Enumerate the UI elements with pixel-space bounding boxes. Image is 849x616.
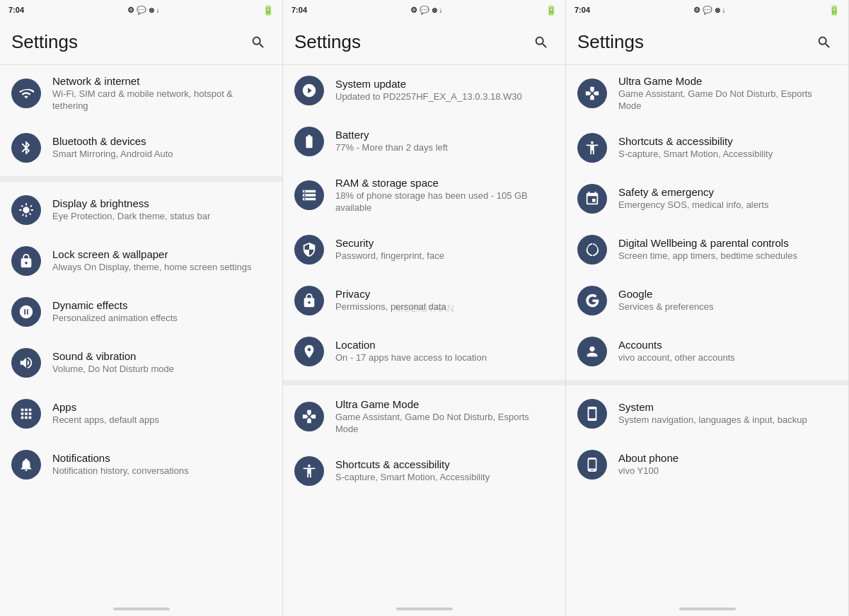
item-subtitle: System navigation, languages & input, ba… (618, 414, 837, 426)
item-title: Battery (335, 129, 554, 141)
item-subtitle: Always On Display, theme, home screen se… (52, 262, 271, 274)
item-subtitle: Personalized animation effects (52, 313, 271, 325)
settings-item-display[interactable]: Display & brightnessEye Protection, Dark… (0, 185, 282, 236)
apps-icon (11, 399, 41, 429)
safety-icon (577, 184, 607, 214)
page-title: Settings (294, 31, 361, 53)
page-title: Settings (11, 31, 78, 53)
settings-item-ugm[interactable]: Ultra Game ModeGame Assistant, Game Do N… (566, 65, 848, 122)
status-time: 7:04 (8, 6, 24, 14)
item-text-block: Network & internetWi-Fi, SIM card & mobi… (52, 75, 271, 112)
item-text-block: LocationOn - 17 apps have access to loca… (335, 339, 554, 364)
item-title: Sound & vibration (52, 350, 271, 362)
item-text-block: Lock screen & wallpaperAlways On Display… (52, 248, 271, 274)
item-title: Security (335, 237, 554, 249)
item-text-block: NotificationsNotification history, conve… (52, 452, 271, 477)
item-subtitle: Game Assistant, Game Do Not Disturb, Esp… (618, 88, 837, 112)
search-button[interactable] (812, 30, 837, 55)
chat-status-icon: 💬 (137, 6, 146, 15)
battery-status-icon: 🔋 (545, 5, 557, 16)
item-title: Accounts (618, 339, 837, 351)
search-button[interactable] (529, 30, 554, 55)
item-subtitle: Wi-Fi, SIM card & mobile network, hotspo… (52, 88, 271, 112)
status-time: 7:04 (291, 6, 307, 14)
settings-item-sysupdate[interactable]: System updateUpdated to PD2257HF_EX_A_13… (283, 65, 565, 116)
settings-item-safety[interactable]: Safety & emergencyEmergency SOS, medical… (566, 173, 848, 224)
settings-item-dynamic[interactable]: Dynamic effectsPersonalized animation ef… (0, 286, 282, 337)
item-title: Digital Wellbeing & parental controls (618, 237, 837, 249)
settings-item-privacy[interactable]: PrivacyPermissions, personal data (283, 275, 565, 326)
item-title: About phone (618, 452, 837, 464)
settings-item-google[interactable]: GoogleServices & preferences (566, 275, 848, 326)
settings-item-accounts[interactable]: Accountsvivo account, other accounts (566, 326, 848, 377)
battery-status-icon: 🔋 (262, 5, 274, 16)
item-title: Shortcuts & accessibility (335, 458, 554, 470)
gear-status-icon: ⚙ (693, 6, 700, 15)
settings-item-system[interactable]: SystemSystem navigation, languages & inp… (566, 388, 848, 439)
item-subtitle: vivo Y100 (618, 465, 837, 477)
item-title: Ultra Game Mode (618, 75, 837, 87)
item-title: Ultra Game Mode (335, 398, 554, 410)
item-subtitle: Notification history, conversations (52, 465, 271, 477)
effects-icon (11, 297, 41, 327)
item-title: Notifications (52, 452, 271, 464)
item-text-block: SecurityPassword, fingerprint, face (335, 237, 554, 262)
item-subtitle: Smart Mirroring, Android Auto (52, 149, 271, 161)
bluetooth-icon (11, 133, 41, 163)
item-subtitle: Emergency SOS, medical info, alerts (618, 199, 837, 211)
settings-item-notifications[interactable]: NotificationsNotification history, conve… (0, 439, 282, 490)
update-icon (294, 76, 324, 105)
accounts-icon (577, 337, 607, 366)
item-subtitle: Volume, Do Not Disturb mode (52, 364, 271, 376)
security-icon (294, 235, 324, 265)
phone-panel-3: 7:04 ⚙ 💬 ⊗ ↓ 🔋 SettingsUltra Game ModeGa… (566, 0, 849, 616)
game-icon (294, 402, 324, 431)
item-title: RAM & storage space (335, 177, 554, 189)
status-icons-left: ⚙ 💬 ⊗ ↓ (410, 6, 443, 15)
item-subtitle: Updated to PD2257HF_EX_A_13.0.3.18.W30 (335, 91, 554, 103)
system-icon (577, 399, 607, 429)
item-subtitle: Game Assistant, Game Do Not Disturb, Esp… (335, 412, 554, 436)
status-icons-left: ⚙ 💬 ⊗ ↓ (127, 6, 160, 15)
settings-item-shortcuts2[interactable]: Shortcuts & accessibilityS-capture, Smar… (283, 446, 565, 496)
gear-status-icon: ⚙ (127, 6, 134, 15)
item-subtitle: 18% of phone storage has been used - 105… (335, 190, 554, 214)
settings-item-wellbeing[interactable]: Digital Wellbeing & parental controlsScr… (566, 224, 848, 275)
wifi-icon (11, 79, 41, 108)
settings-item-ugm2[interactable]: Ultra Game ModeGame Assistant, Game Do N… (283, 388, 565, 446)
notifications-icon (11, 450, 41, 480)
phone-panel-2: 7:04 ⚙ 💬 ⊗ ↓ 🔋 SettingsSystem updateUpda… (283, 0, 566, 616)
item-text-block: Ultra Game ModeGame Assistant, Game Do N… (335, 398, 554, 436)
section-divider (283, 380, 565, 385)
scroll-indicator (113, 608, 170, 610)
item-title: Google (618, 288, 837, 300)
item-subtitle: Password, fingerprint, face (335, 250, 554, 262)
item-text-block: Shortcuts & accessibilityS-capture, Smar… (335, 458, 554, 484)
app-bar: Settings (566, 20, 848, 65)
search-button[interactable] (246, 30, 271, 55)
settings-item-network[interactable]: Network & internetWi-Fi, SIM card & mobi… (0, 65, 282, 122)
item-text-block: Ultra Game ModeGame Assistant, Game Do N… (618, 75, 837, 112)
settings-item-shortcuts[interactable]: Shortcuts & accessibilityS-capture, Smar… (566, 122, 848, 173)
download-status-icon: ↓ (156, 6, 160, 14)
item-text-block: Dynamic effectsPersonalized animation ef… (52, 299, 271, 325)
settings-item-location[interactable]: LocationOn - 17 apps have access to loca… (283, 326, 565, 377)
wellbeing-icon (577, 235, 607, 265)
status-bar: 7:04 ⚙ 💬 ⊗ ↓ 🔋 (0, 0, 282, 20)
settings-item-battery[interactable]: Battery77% - More than 2 days left (283, 116, 565, 167)
settings-item-apps[interactable]: AppsRecent apps, default apps (0, 388, 282, 439)
settings-item-bluetooth[interactable]: Bluetooth & devicesSmart Mirroring, Andr… (0, 122, 282, 173)
item-title: System update (335, 78, 554, 90)
phone-icon (577, 450, 607, 480)
settings-item-lockscreen[interactable]: Lock screen & wallpaperAlways On Display… (0, 236, 282, 286)
settings-item-sound[interactable]: Sound & vibrationVolume, Do Not Disturb … (0, 337, 282, 388)
accessibility-icon (577, 133, 607, 163)
settings-item-security[interactable]: SecurityPassword, fingerprint, face (283, 224, 565, 275)
item-text-block: Safety & emergencyEmergency SOS, medical… (618, 186, 837, 211)
status-icons-left: ⚙ 💬 ⊗ ↓ (693, 6, 726, 15)
item-subtitle: S-capture, Smart Motion, Accessibility (618, 149, 837, 161)
privacy-icon (294, 286, 324, 315)
settings-item-aboutphone[interactable]: About phonevivo Y100 (566, 439, 848, 490)
location-icon (294, 337, 324, 366)
settings-item-storage[interactable]: RAM & storage space18% of phone storage … (283, 167, 565, 224)
